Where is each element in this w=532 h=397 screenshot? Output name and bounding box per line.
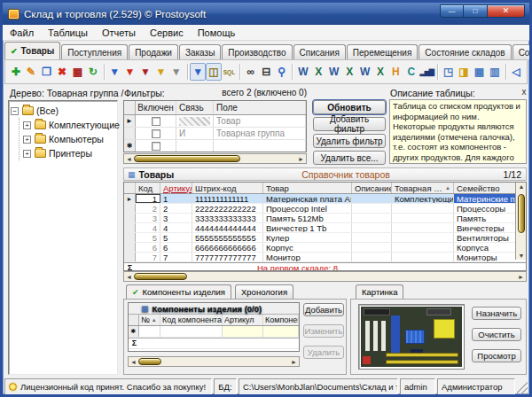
- expand-icon[interactable]: +: [23, 136, 31, 144]
- menu-file[interactable]: Файл: [3, 27, 41, 38]
- filters-hscrollbar[interactable]: ◄ ►: [123, 153, 307, 164]
- cell-opisanie[interactable]: [352, 204, 392, 213]
- components-new-row[interactable]: ✱: [129, 326, 299, 338]
- edit-component-button[interactable]: Изменить: [303, 324, 344, 338]
- scroll-right-icon[interactable]: ►: [516, 274, 526, 280]
- scroll-thumb[interactable]: [138, 358, 161, 365]
- scroll-down-icon[interactable]: ▼: [516, 253, 527, 259]
- col-artikul[interactable]: Артикул: [160, 183, 192, 193]
- cell[interactable]: [160, 326, 223, 337]
- filter-new-row[interactable]: ✱: [124, 140, 306, 152]
- scroll-right-icon[interactable]: ►: [289, 359, 299, 365]
- cell-barcode[interactable]: 2222222222222: [192, 204, 263, 213]
- filter-row[interactable]: ► Товар: [124, 115, 306, 128]
- export-csv-icon[interactable]: C: [403, 63, 419, 81]
- cell-kod[interactable]: 1: [136, 194, 160, 203]
- exit-icon[interactable]: ◁: [508, 63, 523, 81]
- col-kod[interactable]: Код: [136, 183, 160, 193]
- assign-picture-button[interactable]: Назначить: [472, 307, 521, 320]
- cell-gruppa[interactable]: [392, 204, 454, 213]
- cell-artikul[interactable]: 6: [160, 243, 192, 252]
- cell-kod[interactable]: 6: [136, 243, 160, 252]
- columns-settings-icon[interactable]: ▥: [487, 63, 502, 81]
- tree-root[interactable]: − (Все): [11, 104, 115, 118]
- checkbox[interactable]: [152, 117, 160, 126]
- cell-opisanie[interactable]: [352, 233, 392, 242]
- import-word-icon[interactable]: W: [357, 63, 372, 81]
- expand-icon[interactable]: +: [23, 150, 31, 158]
- scroll-thumb[interactable]: [518, 194, 525, 233]
- search-icon[interactable]: ∞: [243, 63, 258, 81]
- filter-link-cell[interactable]: И: [176, 128, 214, 139]
- cell-gruppa[interactable]: [392, 253, 454, 261]
- delete-component-button[interactable]: Удалить: [303, 346, 344, 359]
- menu-reports[interactable]: Отчеты: [95, 27, 143, 38]
- merge-excel-icon[interactable]: X: [341, 63, 356, 81]
- table-row[interactable]: 4 4 4444444444444 Винчестер 1 Tb Винчест…: [124, 223, 526, 233]
- tab-zakazy[interactable]: Заказы: [179, 44, 221, 59]
- cell-tovar[interactable]: Кулер: [263, 233, 352, 242]
- tab-components[interactable]: ✔ Компоненты изделия: [126, 284, 231, 299]
- cell-gruppa[interactable]: [392, 223, 454, 232]
- fields-settings-icon[interactable]: ◨: [456, 63, 471, 81]
- copy-record-icon[interactable]: ❐: [39, 63, 54, 81]
- filter-row[interactable]: И Товарная группа: [124, 128, 306, 140]
- filter-field-cell[interactable]: [214, 140, 306, 152]
- merge-word-icon[interactable]: W: [326, 63, 341, 81]
- view-picture-button[interactable]: Просмотр: [472, 349, 521, 362]
- scroll-right-icon[interactable]: ►: [296, 156, 306, 162]
- cell-gruppa[interactable]: Комплектующие: [392, 194, 454, 203]
- products-hscrollbar[interactable]: ◄ ►: [123, 271, 527, 282]
- cell-kod[interactable]: 5: [136, 233, 160, 242]
- form-settings-icon[interactable]: ◳: [441, 63, 456, 81]
- expand-icon[interactable]: +: [23, 121, 31, 129]
- col-number[interactable]: №▲: [139, 315, 160, 325]
- filter-field-cell[interactable]: Товар: [214, 115, 306, 127]
- col-field[interactable]: Поле: [214, 101, 306, 114]
- cell-artikul[interactable]: 2: [160, 204, 192, 213]
- tab-peremescheniya[interactable]: Перемещения: [347, 44, 419, 59]
- edit-record-icon[interactable]: ✎: [23, 63, 38, 81]
- products-vscrollbar[interactable]: ▲ ▼: [515, 183, 527, 260]
- tab-postupleniya[interactable]: Поступления: [61, 44, 128, 59]
- table-row[interactable]: 7 7 7777777777777 Монитор Мониторы: [124, 253, 526, 262]
- cell-kod[interactable]: 3: [136, 214, 160, 222]
- collapse-icon[interactable]: −: [11, 107, 19, 115]
- cell-barcode[interactable]: 6666666666666: [192, 243, 263, 252]
- components-hscrollbar[interactable]: ◄ ►: [128, 356, 300, 367]
- tree-item-kompyutery[interactable]: + Компьютеры: [23, 132, 115, 146]
- cell-tovar[interactable]: Монитор: [263, 253, 352, 261]
- filter-enabled-cell[interactable]: [136, 140, 176, 152]
- chart-icon[interactable]: ▂▅▇: [419, 63, 434, 81]
- export-word-icon[interactable]: W: [295, 63, 310, 81]
- cell-opisanie[interactable]: [352, 214, 392, 222]
- product-picture[interactable]: [358, 304, 465, 370]
- tree-item-printery[interactable]: + Принтеры: [23, 146, 115, 160]
- tab-sotrudniki[interactable]: Сотрудники: [512, 44, 532, 59]
- table-row[interactable]: 3 3 3333333333333 Память 512Mb Память: [124, 214, 526, 223]
- cell-tovar[interactable]: Винчестер 1 Tb: [263, 223, 352, 232]
- close-description-icon[interactable]: x: [520, 87, 528, 97]
- filter-field-cell[interactable]: Товарная группа: [214, 128, 306, 139]
- cell-kod[interactable]: 7: [136, 253, 160, 261]
- tab-picture[interactable]: Картинка: [356, 284, 403, 299]
- maximize-button[interactable]: □: [464, 4, 488, 18]
- table-row[interactable]: 5 5 5555555555555 Кулер Вентиляторы: [124, 233, 526, 243]
- filter-link-cell[interactable]: [176, 115, 214, 127]
- export-excel-icon[interactable]: X: [311, 63, 326, 81]
- col-opisanie[interactable]: Описание: [352, 183, 392, 193]
- grid-settings-icon[interactable]: ▦: [472, 63, 487, 81]
- cell-tovar[interactable]: Память 512Mb: [263, 214, 352, 222]
- filter-exclude-icon[interactable]: ▼: [168, 63, 184, 81]
- tab-tovary[interactable]: ✔ Товары: [4, 42, 60, 59]
- scroll-left-icon[interactable]: ◄: [124, 156, 134, 162]
- cell-artikul[interactable]: 1: [160, 194, 192, 203]
- cell-tovar[interactable]: Материнская плата Asus: [263, 194, 352, 203]
- filter-add-icon[interactable]: ▼: [106, 63, 121, 81]
- filter-delete-icon[interactable]: ▼: [122, 63, 137, 81]
- cell-barcode[interactable]: 7777777777777: [192, 253, 263, 261]
- col-component-code[interactable]: Код компонента: [160, 315, 223, 325]
- filter-panel-toggle-icon[interactable]: ▼: [190, 63, 206, 81]
- scroll-thumb[interactable]: [134, 155, 240, 162]
- cell[interactable]: [223, 326, 263, 337]
